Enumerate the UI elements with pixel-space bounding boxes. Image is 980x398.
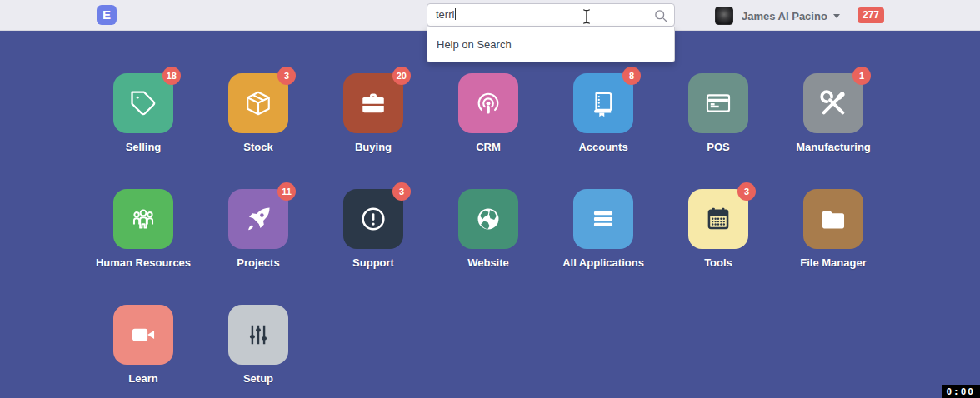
app-tile [458, 189, 518, 249]
desktop-app-grid: 18 Selling 3 Stock 20 Buying CRM 8 Accou… [86, 73, 891, 385]
app-count-badge: 20 [392, 67, 411, 85]
chevron-down-icon [833, 14, 840, 18]
text-caret [455, 8, 456, 20]
app-count-badge: 18 [162, 67, 181, 85]
app-label: All Applications [562, 256, 644, 269]
app-label: Website [468, 256, 509, 269]
app-count-badge: 8 [622, 67, 641, 85]
alert-circle-icon [359, 205, 388, 233]
app-label: Tools [704, 256, 732, 269]
global-search: terri Help on Search [427, 3, 675, 27]
briefcase-icon [359, 89, 388, 117]
top-navbar: E terri Help on Search James Al Pacino 2… [0, 0, 980, 31]
app-support[interactable]: 3 Support [343, 189, 403, 269]
app-stock[interactable]: 3 Stock [228, 73, 288, 153]
search-dropdown: Help on Search [427, 27, 675, 62]
app-tile [803, 189, 863, 249]
app-tile: 11 [228, 189, 288, 249]
app-projects[interactable]: 11 Projects [228, 189, 288, 269]
user-avatar [715, 7, 733, 25]
globe-icon [474, 205, 502, 233]
app-label: Learn [128, 372, 158, 385]
app-tile [228, 305, 288, 365]
video-timer-overlay: 0:00 [942, 385, 980, 398]
search-input-value: terri [436, 8, 454, 21]
app-manufacturing[interactable]: 1 Manufacturing [796, 73, 871, 153]
app-tile: 20 [343, 73, 403, 133]
app-tile [113, 189, 173, 249]
calendar-icon [704, 205, 732, 233]
app-count-badge: 3 [278, 67, 296, 85]
broadcast-icon [474, 89, 502, 117]
people-icon [129, 205, 158, 233]
app-tile [113, 305, 173, 365]
app-logo[interactable]: E [97, 5, 117, 25]
user-menu-toggle[interactable]: James Al Pacino [715, 6, 840, 26]
wrench-icon [819, 89, 848, 117]
app-count-badge: 11 [278, 182, 296, 201]
app-label: Human Resources [96, 256, 191, 269]
app-all-applications[interactable]: All Applications [562, 189, 644, 269]
app-file-manager[interactable]: File Manager [800, 189, 866, 269]
app-tile [688, 73, 748, 133]
folder-icon [819, 205, 848, 233]
search-icon[interactable] [653, 8, 668, 27]
app-human-resources[interactable]: Human Resources [96, 189, 191, 269]
app-tile: 3 [343, 189, 403, 249]
rocket-icon [244, 205, 272, 233]
user-name: James Al Pacino [742, 10, 828, 22]
package-icon [244, 89, 272, 117]
app-tile: 18 [113, 73, 173, 133]
app-count-badge: 1 [852, 67, 871, 85]
app-tile [573, 189, 633, 249]
app-label: Selling [126, 141, 162, 153]
app-tile: 3 [688, 189, 748, 249]
app-label: Stock [243, 141, 272, 153]
app-buying[interactable]: 20 Buying [343, 73, 403, 153]
notification-count-badge[interactable]: 277 [858, 7, 884, 23]
app-tile: 3 [228, 73, 288, 133]
video-icon [129, 321, 158, 349]
tag-icon [129, 89, 158, 117]
app-label: Support [352, 256, 394, 269]
app-website[interactable]: Website [458, 189, 518, 269]
app-label: CRM [476, 141, 501, 153]
app-label: Accounts [578, 141, 628, 153]
app-label: File Manager [800, 256, 866, 269]
app-setup[interactable]: Setup [228, 305, 288, 385]
sliders-icon [244, 321, 272, 349]
app-learn[interactable]: Learn [113, 305, 173, 385]
menu-icon [589, 205, 618, 233]
app-count-badge: 3 [738, 182, 756, 201]
dropdown-item-help-on-search[interactable]: Help on Search [428, 27, 674, 62]
app-label: Buying [355, 141, 392, 153]
app-tile [458, 73, 518, 133]
app-label: POS [707, 141, 729, 153]
app-label: Manufacturing [796, 141, 871, 153]
book-icon [589, 89, 618, 117]
app-tools[interactable]: 3 Tools [688, 189, 748, 269]
app-label: Projects [237, 256, 279, 269]
app-accounts[interactable]: 8 Accounts [573, 73, 633, 153]
app-tile: 1 [803, 73, 863, 133]
search-input[interactable]: terri [427, 3, 675, 27]
credit-card-icon [704, 89, 732, 117]
app-pos[interactable]: POS [688, 73, 748, 153]
app-label: Setup [243, 372, 273, 385]
app-crm[interactable]: CRM [458, 73, 518, 153]
app-count-badge: 3 [392, 182, 411, 201]
app-tile: 8 [573, 73, 633, 133]
app-selling[interactable]: 18 Selling [113, 73, 173, 153]
